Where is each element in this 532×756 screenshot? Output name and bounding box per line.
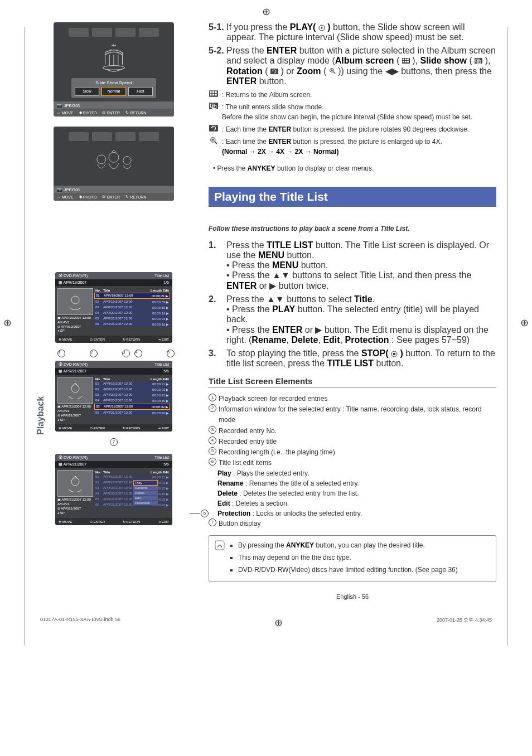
svg-rect-28: [212, 94, 214, 95]
tab-slideshow[interactable]: [92, 28, 112, 37]
popup-play[interactable]: Play: [133, 480, 158, 486]
tp-thumb-2: [57, 377, 93, 404]
svg-line-35: [215, 142, 217, 144]
tp-row[interactable]: 02APR/19/2007 12:3000:00:03 ▶: [94, 480, 170, 485]
title-list-panel-2: ⦿ DVD-RW(VR)Title List ▦ APR/21/20075/6 …: [55, 361, 172, 432]
tp-table-2: No.TitleLength Edit 01APR/19/2007 12:000…: [94, 377, 170, 422]
marker-4: 4: [134, 350, 142, 357]
tp-row[interactable]: 05APR/21/2007 12:0000:00:32 ▶: [94, 497, 170, 502]
marker-7: 7: [36, 438, 192, 446]
tp-row[interactable]: 06APR/21/2007 12:3000:00:16 ▶: [94, 502, 170, 507]
speed-box: Slide Show Speed Slow Normal Fast: [71, 78, 156, 98]
note-1: By pressing the ANYKEY button, you can p…: [238, 540, 458, 550]
svg-rect-26: [215, 91, 216, 93]
album-grid-icon: [209, 90, 219, 98]
marker-6: 6: [190, 510, 209, 517]
tab-zoom-2[interactable]: [139, 132, 159, 141]
carousel-icon: [98, 43, 130, 75]
ctrl-move-2: ↔ MOVE: [57, 195, 74, 199]
tp-row[interactable]: 03APR/20/2007 12:0000:00:15 ▶: [94, 392, 170, 398]
tab-album-2[interactable]: [69, 132, 89, 141]
svg-point-2: [109, 152, 119, 162]
marker-5: 5: [167, 350, 175, 357]
slideshow-speed-panel: Slide Show Speed Slow Normal Fast 📷 JPEG…: [54, 22, 174, 117]
svg-rect-10: [405, 59, 407, 60]
margin-rule-right: [507, 27, 507, 646]
speed-slow[interactable]: Slow: [75, 87, 99, 96]
marker-1: 1: [57, 350, 65, 357]
svg-rect-12: [403, 61, 404, 62]
tp-row[interactable]: 05APR/21/2007 12:0000:00:32 ▶: [94, 316, 170, 321]
tp-row[interactable]: 06APR/21/2007 12:3000:00:16 ▶: [94, 410, 170, 415]
popup-rename[interactable]: Rename: [133, 486, 158, 491]
tab-rotate-2[interactable]: [115, 132, 136, 141]
svg-rect-11: [407, 59, 409, 60]
speed-fast[interactable]: Fast: [128, 87, 153, 96]
ctrl-photo-2: ◆ PHOTO: [79, 195, 97, 199]
note-icon: [215, 540, 225, 550]
tab-rotate[interactable]: [115, 28, 136, 37]
popup-delete[interactable]: Delete: [133, 491, 158, 496]
tp-row[interactable]: 01APR/19/2007 12:0000:00:21 ▶: [94, 474, 170, 479]
tp-sub-left: APR/19/2007: [64, 280, 87, 284]
tp-row[interactable]: 06APR/21/2007 12:3000:00:16 ▶: [94, 322, 170, 327]
note-2: This may depend on the the disc type.: [238, 553, 458, 563]
tp-controls-2: ✥ MOVE ⊙ ENTER ↻ RETURN ⇥ EXIT: [55, 424, 172, 432]
crop-mark-left: ⊕: [3, 317, 12, 329]
tp-thumb-3: [57, 470, 93, 497]
tp-sub-right: 1/6: [163, 280, 169, 285]
note-box: By pressing the ANYKEY button, you can p…: [209, 535, 496, 582]
tp-row[interactable]: 03APR/20/2007 12:0000:00:15 ▶: [94, 305, 170, 310]
slideshow-mode-icon: [209, 102, 219, 110]
ctrl-return-2: ↻ RETURN: [125, 195, 146, 199]
crop-mark-right: ⊕: [520, 317, 529, 329]
tp-table-3: No.TitleLength Edit 01APR/19/2007 12:000…: [94, 470, 170, 515]
tp-row[interactable]: 05APR/21/2007 12:0000:00:32 ▶: [94, 404, 170, 410]
tab-zoom[interactable]: [139, 28, 159, 37]
tp-row[interactable]: 04APR/20/2007 12:3000:00:16 ▶: [94, 398, 170, 403]
tp-row[interactable]: 01APR/19/2007 12:0000:00:21 ▶: [94, 381, 170, 386]
crop-mark-top: ⊕: [262, 6, 270, 18]
e6-sub: Play : Plays the selected entry. Rename …: [217, 468, 496, 518]
speed-label: Slide Show Speed: [75, 80, 153, 85]
tp-row[interactable]: 04APR/20/2007 12:3000:00:16 ▶: [94, 491, 170, 496]
jpeg-text: JPEG01: [64, 103, 80, 108]
tp-thumb-1: [57, 288, 93, 315]
svg-rect-27: [210, 94, 211, 95]
iconline-zoom: : Each time the ENTER button is pressed,…: [209, 137, 496, 157]
svg-point-4: [71, 296, 79, 304]
tp-row[interactable]: 03APR/20/2007 12:0000:00:15 ▶: [94, 486, 170, 491]
slideshow-icon: [475, 58, 482, 64]
ctrl-enter: ⊙ ENTER: [102, 110, 120, 115]
zoom-icon: [329, 67, 336, 74]
iconline-album: : Returns to the Album screen.: [209, 90, 496, 100]
popup-edit[interactable]: Edit: [133, 496, 158, 501]
marker-2: 2: [90, 350, 98, 357]
carousel-art: [58, 40, 170, 78]
print-file: 01317A-01-R155-XAA-ENG.indb 56: [40, 617, 120, 629]
speed-normal[interactable]: Normal: [101, 87, 126, 96]
tp-row[interactable]: 02APR/19/2007 12:3000:00:03 ▶: [94, 299, 170, 304]
svg-rect-24: [210, 91, 211, 93]
tp-meta-3: ▣ APR/21/2007 12:00 AM AV1 ⊘ APR/21/2007…: [57, 498, 92, 515]
section-title: Playing the Title List: [209, 187, 496, 207]
tp-meta-1: ▣ APR/19/2007 12:00 AM AV1 ⊘ APR/19/2007…: [57, 316, 92, 333]
follow-line: Follow these instructions to play back a…: [209, 224, 496, 234]
edit-popup-menu: Play Rename Delete Edit Protection: [133, 480, 158, 506]
play-step-1: 1. Press the TITLE LIST button. The Titl…: [209, 240, 496, 291]
tab-slideshow-2[interactable]: [92, 132, 112, 141]
rotation-mode-icon: [209, 124, 219, 132]
tp-row[interactable]: 02APR/19/2007 12:3000:00:03 ▶: [94, 387, 170, 392]
note-3: DVD-R/DVD-RW(Video) discs have limited e…: [238, 565, 458, 575]
tab-album[interactable]: [69, 28, 89, 37]
tp-meta-2: ▣ APR/21/2007 12:00 AM AV1 ⊘ APR/21/2007…: [57, 405, 92, 422]
zoom-mode-icon: [209, 137, 219, 144]
popup-protection[interactable]: Protection: [133, 501, 158, 506]
tp-row[interactable]: 01APR/19/2007 12:0000:00:21 ▶: [94, 293, 170, 299]
stop-icon: [391, 351, 398, 357]
page-footer: English - 56: [209, 593, 496, 600]
play-step-2: 2. Press the ▲▼ buttons to select Title.…: [209, 294, 496, 345]
iconline-rotate: : Each time the ENTER button is pressed,…: [209, 124, 496, 134]
tp-row[interactable]: 04APR/20/2007 12:3000:00:16 ▶: [94, 311, 170, 316]
ctrl-move: ↔ MOVE: [57, 110, 74, 115]
